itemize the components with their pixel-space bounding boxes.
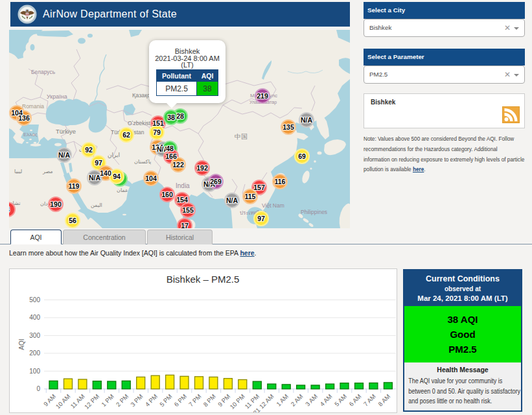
svg-text:400: 400 — [29, 314, 40, 321]
svg-text:8 AM: 8 AM — [376, 393, 391, 408]
svg-text:اليمن: اليمن — [91, 202, 102, 208]
svg-text:300: 300 — [29, 332, 40, 339]
svg-text:Bishkek – PM2.5: Bishkek – PM2.5 — [167, 274, 240, 285]
svg-text:7 AM: 7 AM — [362, 393, 377, 408]
svg-text:Việt Nam: Việt Nam — [262, 202, 284, 209]
svg-text:Philippines: Philippines — [301, 209, 327, 215]
svg-text:5 PM: 5 PM — [158, 393, 174, 409]
svg-text:پاکستان: پاکستان — [134, 159, 151, 165]
svg-text:3 AM: 3 AM — [304, 393, 319, 408]
svg-text:0: 0 — [36, 385, 40, 392]
svg-text:10 PM: 10 PM — [229, 393, 246, 410]
svg-text:Romania: Romania — [22, 103, 44, 110]
svg-text:ايران: ايران — [108, 152, 120, 158]
svg-text:500: 500 — [29, 296, 40, 303]
svg-text:6 AM: 6 AM — [347, 393, 362, 408]
svg-text:10 AM: 10 AM — [54, 393, 72, 410]
svg-text:Беларусь: Беларусь — [31, 69, 56, 75]
svg-text:Ελλάς: Ελλάς — [23, 132, 38, 137]
svg-text:4 PM: 4 PM — [144, 393, 159, 409]
svg-text:11 AM: 11 AM — [69, 393, 86, 410]
svg-text:India: India — [176, 182, 190, 189]
svg-text:200: 200 — [29, 350, 40, 357]
svg-text:4 AM: 4 AM — [318, 393, 333, 408]
svg-text:中国: 中国 — [235, 133, 248, 140]
svg-text:2 AM: 2 AM — [289, 393, 304, 408]
svg-text:5 AM: 5 AM — [333, 393, 348, 408]
svg-text:AQI: AQI — [18, 338, 25, 350]
svg-text:1 AM: 1 AM — [275, 393, 290, 408]
svg-text:100: 100 — [29, 368, 40, 375]
svg-text:Türkiye: Türkiye — [56, 128, 76, 135]
svg-text:3 PM: 3 PM — [129, 393, 145, 409]
svg-text:ليبيا: ليبيا — [14, 169, 22, 174]
svg-text:12 PM: 12 PM — [83, 393, 100, 410]
svg-text:Україна: Україна — [47, 93, 67, 100]
svg-text:مصر: مصر — [42, 169, 53, 174]
svg-text:عمان: عمان — [117, 187, 128, 193]
svg-text:1 PM: 1 PM — [100, 393, 115, 409]
svg-text:7 PM: 7 PM — [187, 393, 203, 409]
svg-text:6 PM: 6 PM — [172, 393, 188, 409]
svg-text:2 PM: 2 PM — [115, 393, 130, 409]
svg-text:8 PM: 8 PM — [202, 393, 217, 409]
